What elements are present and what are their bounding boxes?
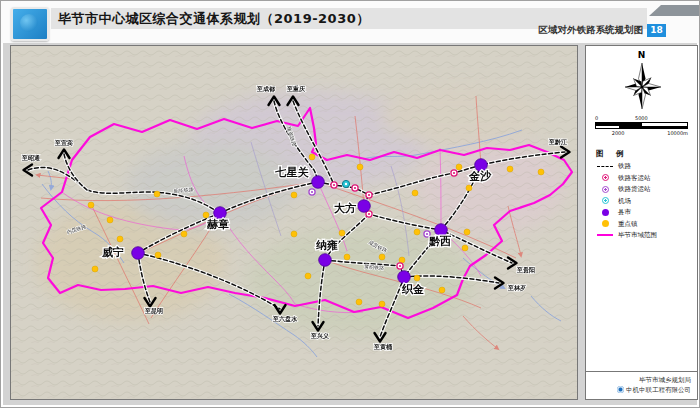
legend-swatch-line-icon (597, 234, 613, 236)
direction-label: 至黔江 (548, 138, 567, 146)
town-dot (414, 229, 420, 235)
compass-rose-icon (615, 59, 669, 113)
legend-item: 铁路客运站 (596, 174, 697, 182)
legend-item: 县市 (596, 208, 697, 216)
direction-label: 至贵阳 (516, 266, 535, 274)
town-dot (538, 169, 544, 175)
direction-label: 至黄桶 (373, 343, 392, 351)
direction-label: 至六盘水 (272, 315, 298, 323)
legend-label: 毕节市域范围 (618, 231, 657, 239)
scale-bar-strip (595, 122, 688, 129)
direction-label: 至昆明 (144, 307, 163, 315)
map-panel: 昭毕铁路内昆铁路隆黄铁路成贵铁路黄织铁路 至昭通至宜宾至成都至重庆至黔江至贵阳至… (10, 45, 578, 400)
town-dot (412, 190, 418, 196)
town-dot (309, 154, 315, 160)
legend-item: 机场 (596, 197, 697, 205)
direction-label: 至昭通 (21, 154, 41, 162)
legend-swatch-dashed-icon (597, 166, 613, 167)
attribution-line2: 中机中联工程有限公司 (586, 385, 691, 395)
company-logo-icon (617, 386, 624, 393)
scale-tick-2000: 2000 (612, 130, 625, 136)
legend-swatch-ring-icon (602, 174, 609, 181)
legend-label: 铁路客运站 (618, 174, 651, 182)
town-dot (456, 164, 462, 170)
attribution-line1: 毕节市城乡规划局 (586, 375, 691, 385)
town-dot (154, 191, 160, 197)
town-dot (117, 236, 123, 242)
town-dot (107, 217, 113, 223)
direction-label: 至兴义 (310, 332, 330, 340)
scale-tick-10000: 10000m (667, 130, 688, 136)
page-number-badge: 18 (647, 24, 666, 37)
legend-item: 毕节市域范围 (596, 231, 697, 239)
scale-tick-0: 0 (595, 115, 598, 121)
county-label: 织金 (401, 283, 425, 296)
scale-tick-5000: 5000 (635, 115, 648, 121)
town-dot (155, 252, 161, 258)
town-dot (344, 254, 350, 260)
legend-label: 县市 (618, 208, 631, 216)
county-label: 大方 (334, 202, 357, 215)
town-dot (88, 202, 94, 208)
town-dot (357, 164, 363, 170)
town-dot (379, 254, 385, 260)
legend-item: 铁路 (596, 162, 697, 170)
map-subtitle: 区域对外铁路系统规划图 (539, 24, 644, 37)
county-label: 黔西 (428, 235, 452, 248)
town-dot (462, 245, 468, 251)
legend-swatch-dot-icon (602, 220, 609, 227)
county-dot (398, 271, 411, 284)
county-dot (358, 200, 371, 213)
town-dot (464, 229, 470, 235)
county-label: 威宁 (101, 246, 124, 259)
town-dot (466, 185, 472, 191)
legend-item: 铁路货运站 (596, 185, 697, 193)
county-label: 赫章 (206, 218, 229, 231)
town-dot (339, 230, 345, 236)
compass-rose (586, 59, 697, 113)
town-dot (439, 287, 445, 293)
legend-items: 铁路铁路客运站铁路货运站机场县市重点镇毕节市域范围 (586, 162, 697, 239)
county-dot (132, 247, 145, 260)
app-logo-icon (11, 7, 49, 41)
railway-planning-map: 昭毕铁路内昆铁路隆黄铁路成贵铁路黄织铁路 至昭通至宜宾至成都至重庆至黔江至贵阳至… (11, 46, 577, 399)
town-dot (291, 192, 297, 198)
town-dot (181, 231, 187, 237)
direction-label: 至成都 (256, 85, 275, 93)
direction-label: 至林歹 (507, 284, 526, 292)
legend-label: 重点镇 (618, 220, 638, 228)
town-dot (356, 299, 362, 305)
legend-swatch-dot-icon (602, 209, 609, 216)
town-dot (379, 301, 385, 307)
slide-page: 毕节市中心城区综合交通体系规划（2019-2030） 区域对外铁路系统规划图 1… (0, 0, 700, 408)
airport-symbol (342, 180, 349, 187)
town-dot (291, 231, 297, 237)
town-dot (92, 266, 98, 272)
legend-swatch-ring-icon (602, 186, 609, 193)
town-dot (414, 275, 420, 281)
direction-label: 至重庆 (286, 85, 306, 92)
scale-bar: 0 5000 2000 10000m (595, 115, 688, 137)
county-label: 纳雍 (315, 239, 338, 252)
legend-label: 机场 (618, 197, 631, 205)
map-title-row: 区域对外铁路系统规划图 18 (539, 24, 667, 37)
legend-label: 铁路货运站 (618, 185, 651, 193)
legend-title: 图 例 (596, 149, 697, 159)
legend-item: 重点镇 (596, 220, 697, 228)
county-dot (319, 254, 332, 267)
county-label: 金沙 (468, 170, 492, 183)
header-corner-decoration (649, 5, 699, 16)
attribution-box: 毕节市城乡规划局 中机中联工程有限公司 (585, 371, 698, 400)
direction-label: 至宜宾 (54, 139, 73, 147)
legend-sidebar: N 0 5000 2000 10000m 图 例 铁路铁路客运站铁路货运站机场县… (585, 45, 698, 400)
town-dot (305, 273, 311, 279)
town-dot (507, 166, 513, 172)
header-bar: 毕节市中心城区综合交通体系规划（2019-2030） 区域对外铁路系统规划图 1… (1, 1, 699, 43)
legend-label: 铁路 (618, 162, 631, 170)
town-dot (399, 257, 405, 263)
county-dot (312, 176, 325, 189)
county-label: 七星关 (275, 166, 310, 179)
legend-swatch-ring-icon (602, 197, 609, 204)
